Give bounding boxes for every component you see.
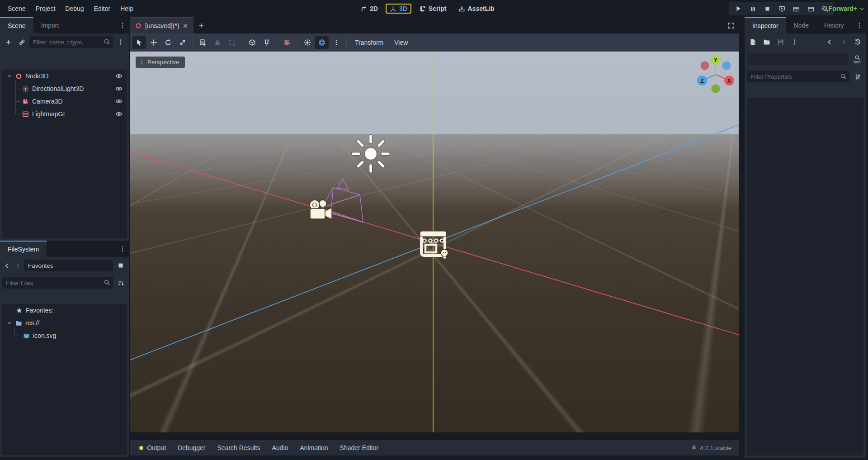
tree-row-iconsvg[interactable]: icon.svg: [2, 329, 127, 342]
tree-row-directionallight3d[interactable]: DirectionalLight3D: [2, 82, 127, 95]
object-name-field[interactable]: [747, 53, 849, 65]
pause-button[interactable]: [746, 3, 760, 14]
perspective-menu-button[interactable]: Perspective: [136, 57, 185, 68]
play-remote-button[interactable]: [775, 3, 788, 14]
tab-import[interactable]: Import: [33, 17, 67, 33]
menu-help[interactable]: Help: [115, 0, 138, 17]
filesystem-menu-button[interactable]: [116, 241, 129, 257]
tree-row-lightmapgi[interactable]: LightmapGI: [2, 108, 127, 120]
history-back-button[interactable]: [824, 36, 835, 48]
path-breadcrumb[interactable]: Favorites: [24, 260, 113, 271]
preview-sun-button[interactable]: [301, 36, 314, 49]
bottom-tab-audio[interactable]: Audio: [266, 440, 294, 455]
tab-history[interactable]: History: [816, 17, 852, 33]
lock-button[interactable]: [211, 36, 224, 49]
tree-row-res[interactable]: res://: [2, 317, 127, 329]
chevron-down-icon[interactable]: [7, 73, 12, 79]
3d-viewport[interactable]: Y X Z Perspective: [130, 51, 739, 432]
view-menu[interactable]: View: [389, 39, 413, 46]
menu-debug[interactable]: Debug: [60, 0, 89, 17]
bottom-tab-debugger[interactable]: Debugger: [172, 440, 212, 455]
workspace-3d-button[interactable]: 3D: [386, 4, 411, 14]
scene-dock-menu-button[interactable]: [116, 17, 129, 33]
move-tool-button[interactable]: [147, 36, 160, 49]
workspace-script-button[interactable]: Script: [415, 4, 451, 14]
tree-row-favorites[interactable]: Favorites:: [2, 304, 127, 317]
history-forward-button[interactable]: [13, 260, 22, 271]
scene-tree[interactable]: Node3D DirectionalLight3D Camera3D Light…: [2, 70, 127, 238]
new-scene-tab-button[interactable]: [193, 17, 209, 33]
tab-filesystem[interactable]: FileSystem: [0, 241, 47, 257]
visibility-eye-icon[interactable]: [115, 85, 123, 92]
scale-tool-button[interactable]: [176, 36, 189, 49]
clapper-icon: [807, 5, 814, 12]
add-node-button[interactable]: [2, 36, 14, 48]
visibility-eye-icon[interactable]: [115, 72, 123, 80]
bottom-tab-animation[interactable]: Animation: [294, 440, 334, 455]
tab-inspector[interactable]: Inspector: [745, 17, 786, 33]
stop-button[interactable]: [760, 3, 774, 14]
preview-menu-button[interactable]: [330, 36, 343, 49]
tab-scene[interactable]: Scene: [0, 17, 33, 33]
edit-history-button[interactable]: [852, 36, 863, 48]
list-select-button[interactable]: [196, 36, 210, 49]
transform-menu[interactable]: Transform: [350, 39, 388, 46]
menu-editor[interactable]: Editor: [89, 0, 116, 17]
preview-environment-button[interactable]: [315, 36, 329, 49]
viewport-overlay: Y X Z: [130, 52, 739, 432]
group-button[interactable]: [225, 36, 239, 49]
bottom-tab-shader-editor[interactable]: Shader Editor: [334, 440, 385, 455]
rotate-tool-button[interactable]: [161, 36, 175, 49]
save-resource-button[interactable]: [775, 36, 787, 48]
axis-neg-z-ball[interactable]: [722, 62, 731, 70]
play-custom-scene-button[interactable]: [804, 3, 817, 14]
view-axis-gizmo[interactable]: Y X Z: [697, 55, 734, 93]
snap-button[interactable]: [260, 36, 274, 49]
play-button[interactable]: [731, 3, 745, 14]
directional-light-gizmo[interactable]: [353, 136, 388, 171]
axis-neg-y-ball[interactable]: [712, 85, 720, 93]
inspector-properties-panel[interactable]: [747, 98, 863, 455]
lightmapgi-gizmo[interactable]: [420, 231, 448, 259]
visibility-eye-icon[interactable]: [115, 98, 123, 105]
play-scene-button[interactable]: [789, 3, 803, 14]
menu-bar: Scene Project Debug Editor Help 2D 3D Sc…: [0, 0, 868, 17]
new-resource-button[interactable]: [747, 36, 759, 48]
visibility-eye-icon[interactable]: [115, 110, 123, 118]
tab-node[interactable]: Node: [786, 17, 816, 33]
scene-tree-menu-button[interactable]: [115, 36, 127, 48]
filesystem-tree[interactable]: Favorites: res:// icon.svg: [2, 304, 127, 455]
instance-scene-button[interactable]: [16, 36, 28, 48]
scene-filter-input[interactable]: [29, 36, 113, 48]
tree-row-camera3d[interactable]: Camera3D: [2, 95, 127, 108]
camera3d-gizmo[interactable]: [310, 200, 332, 219]
workspace-2d-button[interactable]: 2D: [356, 4, 382, 14]
toggle-split-mode-button[interactable]: [115, 260, 127, 271]
ruler-mode-button[interactable]: [245, 36, 259, 49]
resource-menu-button[interactable]: [789, 36, 801, 48]
history-back-button[interactable]: [2, 260, 11, 271]
distraction-free-button[interactable]: [723, 17, 739, 33]
property-filter-input[interactable]: [747, 71, 849, 82]
open-docs-button[interactable]: DOC: [851, 55, 863, 64]
bottom-tab-search-results[interactable]: Search Results: [212, 440, 266, 455]
property-tools-button[interactable]: [852, 71, 863, 82]
menu-project[interactable]: Project: [31, 0, 61, 17]
axis-neg-x-ball[interactable]: [701, 62, 709, 70]
scene-tab-unsaved[interactable]: [unsaved](*): [130, 17, 193, 33]
chevron-down-icon[interactable]: [7, 320, 12, 326]
workspace-assetlib-button[interactable]: AssetLib: [454, 4, 499, 14]
menu-scene[interactable]: Scene: [3, 0, 31, 17]
camera-preview-button[interactable]: [280, 36, 294, 49]
history-forward-button[interactable]: [838, 36, 849, 48]
file-filter-input[interactable]: [2, 277, 113, 289]
version-info[interactable]: 4.2.1.stable: [691, 445, 735, 451]
select-tool-button[interactable]: [132, 36, 146, 49]
tree-row-node3d[interactable]: Node3D: [2, 70, 127, 82]
bottom-tab-output[interactable]: Output: [133, 440, 172, 455]
renderer-selector[interactable]: Forward+: [829, 0, 864, 17]
file-sort-button[interactable]: [115, 277, 127, 289]
inspector-menu-button[interactable]: [853, 17, 866, 33]
close-icon[interactable]: [183, 23, 188, 28]
load-resource-button[interactable]: [761, 36, 773, 48]
